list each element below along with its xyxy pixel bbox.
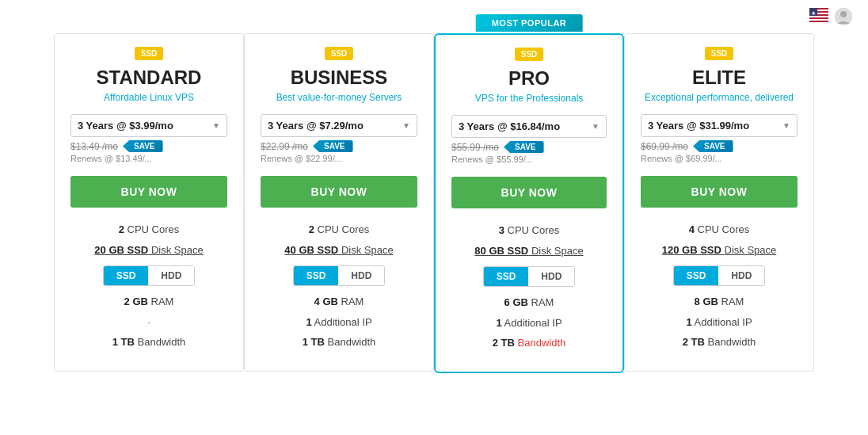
- svg-rect-3: [809, 16, 828, 17]
- ssd-toggle-elite[interactable]: SSD: [674, 266, 719, 285]
- pricing-label-business: 3 Years @ $7.29/mo: [268, 120, 364, 132]
- svg-rect-4: [809, 19, 828, 21]
- ssd-badge-business: SSD: [325, 47, 354, 60]
- hdd-toggle-elite[interactable]: HDD: [718, 266, 764, 285]
- bandwidth-spec-standard: 1 TB Bandwidth: [70, 334, 227, 350]
- specs-business: 2 CPU Cores 40 GB SSD Disk Space SSD HDD…: [261, 222, 417, 350]
- old-price-row-standard: $13.49 /mo SAVE: [70, 140, 227, 152]
- ram-spec-business: 4 GB RAM: [261, 294, 417, 310]
- cpu-spec-elite: 4 CPU Cores: [641, 222, 798, 238]
- bandwidth-spec-pro: 2 TB Bandwidth: [451, 335, 607, 351]
- old-price-standard: $13.49 /mo: [70, 141, 118, 152]
- pricing-label-standard: 3 Years @ $3.99/mo: [78, 120, 173, 132]
- hdd-toggle-business[interactable]: HDD: [338, 266, 384, 285]
- plan-card-standard: SSDSTANDARDAffordable Linux VPS 3 Years …: [54, 33, 244, 372]
- additional-ip-elite: 1 Additional IP: [641, 315, 798, 330]
- old-price-business: $22.99 /mo: [261, 141, 308, 152]
- chevron-down-icon: ▼: [402, 121, 410, 130]
- plan-tagline-business: Best value-for-money Servers: [261, 92, 417, 103]
- save-badge-business: SAVE: [313, 140, 353, 152]
- ssd-toggle-pro[interactable]: SSD: [484, 267, 529, 286]
- svg-text:★: ★: [811, 10, 816, 16]
- save-badge-standard: SAVE: [123, 140, 163, 152]
- disk-spec-business[interactable]: 40 GB SSD Disk Space: [261, 242, 417, 258]
- buy-now-button-standard[interactable]: BUY NOW: [70, 176, 227, 208]
- storage-toggle-elite[interactable]: SSD HDD: [673, 265, 766, 286]
- old-price-row-elite: $69.99 /mo SAVE: [641, 140, 798, 152]
- specs-elite: 4 CPU Cores 120 GB SSD Disk Space SSD HD…: [641, 222, 798, 350]
- cpu-spec-pro: 3 CPU Cores: [451, 223, 607, 238]
- plan-name-business: BUSINESS: [261, 67, 417, 89]
- additional-ip-business: 1 Additional IP: [261, 315, 417, 330]
- buy-now-button-business[interactable]: BUY NOW: [261, 176, 417, 208]
- ssd-badge-elite: SSD: [705, 47, 734, 60]
- bandwidth-spec-elite: 2 TB Bandwidth: [641, 334, 798, 350]
- hdd-toggle-pro[interactable]: HDD: [528, 267, 574, 286]
- buy-now-button-elite[interactable]: BUY NOW: [641, 176, 798, 208]
- cpu-spec-standard: 2 CPU Cores: [70, 222, 227, 238]
- save-badge-pro: SAVE: [504, 141, 544, 153]
- renews-row-business: Renews @ $22.99/...: [261, 154, 417, 163]
- disk-spec-standard[interactable]: 20 GB SSD Disk Space: [70, 242, 227, 258]
- ram-spec-elite: 8 GB RAM: [641, 294, 798, 310]
- additional-ip-standard: -: [70, 315, 227, 330]
- chevron-down-icon: ▼: [592, 122, 600, 131]
- plan-tagline-elite: Exceptional performance, delivered: [641, 92, 798, 103]
- storage-toggle-pro[interactable]: SSD HDD: [483, 266, 576, 287]
- plan-tagline-standard: Affordable Linux VPS: [70, 92, 227, 103]
- renews-row-standard: Renews @ $13.49/...: [70, 154, 227, 163]
- plan-card-elite: SSDELITEExceptional performance, deliver…: [624, 33, 814, 372]
- most-popular-badge: MOST POPULAR: [476, 14, 583, 32]
- storage-toggle-business[interactable]: SSD HDD: [293, 265, 386, 286]
- pricing-dropdown-standard[interactable]: 3 Years @ $3.99/mo ▼: [70, 114, 227, 137]
- ssd-toggle-business[interactable]: SSD: [294, 266, 339, 285]
- plan-card-pro: MOST POPULARSSDPROVPS for the Profession…: [434, 33, 624, 373]
- bandwidth-spec-business: 1 TB Bandwidth: [261, 334, 417, 350]
- ram-spec-pro: 6 GB RAM: [451, 295, 607, 311]
- chevron-down-icon: ▼: [782, 121, 790, 130]
- pricing-label-pro: 3 Years @ $16.84/mo: [459, 120, 560, 132]
- top-bar: ★: [0, 0, 868, 33]
- specs-standard: 2 CPU Cores 20 GB SSD Disk Space SSD HDD…: [70, 222, 227, 350]
- additional-ip-pro: 1 Additional IP: [451, 315, 607, 331]
- specs-pro: 3 CPU Cores 80 GB SSD Disk Space SSD HDD…: [451, 223, 607, 351]
- plan-tagline-pro: VPS for the Professionals: [451, 93, 607, 104]
- pricing-dropdown-business[interactable]: 3 Years @ $7.29/mo ▼: [261, 114, 417, 137]
- flag-us-icon[interactable]: ★: [809, 8, 828, 25]
- disk-spec-elite[interactable]: 120 GB SSD Disk Space: [641, 242, 798, 258]
- buy-now-button-pro[interactable]: BUY NOW: [451, 177, 607, 208]
- plan-name-pro: PRO: [451, 67, 607, 90]
- renews-row-pro: Renews @ $55.99/...: [451, 155, 607, 164]
- hdd-toggle-standard[interactable]: HDD: [148, 266, 194, 285]
- old-price-elite: $69.99 /mo: [641, 141, 688, 152]
- chevron-down-icon: ▼: [212, 121, 220, 130]
- cpu-spec-business: 2 CPU Cores: [261, 222, 417, 238]
- pricing-dropdown-elite[interactable]: 3 Years @ $31.99/mo ▼: [641, 114, 798, 137]
- renews-row-elite: Renews @ $69.99/...: [641, 154, 798, 163]
- old-price-pro: $55.99 /mo: [451, 142, 499, 153]
- plans-container: SSDSTANDARDAffordable Linux VPS 3 Years …: [0, 33, 868, 389]
- save-badge-elite: SAVE: [693, 140, 733, 152]
- pricing-dropdown-pro[interactable]: 3 Years @ $16.84/mo ▼: [451, 115, 607, 138]
- plan-card-business: SSDBUSINESSBest value-for-money Servers …: [244, 33, 434, 372]
- plan-name-standard: STANDARD: [70, 67, 227, 89]
- svg-point-8: [840, 11, 847, 17]
- plan-name-elite: ELITE: [641, 67, 798, 89]
- storage-toggle-standard[interactable]: SSD HDD: [103, 265, 196, 286]
- ssd-badge-standard: SSD: [135, 47, 164, 60]
- user-avatar-icon[interactable]: [835, 8, 852, 25]
- ssd-toggle-standard[interactable]: SSD: [104, 266, 149, 285]
- ram-spec-standard: 2 GB RAM: [70, 294, 227, 310]
- old-price-row-pro: $55.99 /mo SAVE: [451, 141, 607, 153]
- ssd-badge-pro: SSD: [515, 48, 544, 61]
- disk-spec-pro[interactable]: 80 GB SSD Disk Space: [451, 243, 607, 259]
- pricing-label-elite: 3 Years @ $31.99/mo: [648, 120, 749, 132]
- old-price-row-business: $22.99 /mo SAVE: [261, 140, 417, 152]
